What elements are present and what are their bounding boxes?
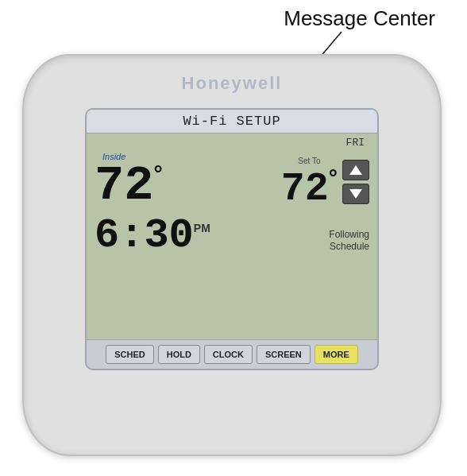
display-area: FRI Inside 72°	[87, 134, 377, 339]
time-suffix: PM	[194, 222, 210, 234]
set-temp-section: Set To 72°	[281, 157, 338, 209]
day-row: FRI	[87, 134, 377, 149]
button-row: SCHED HOLD CLOCK SCREEN MORE	[87, 339, 377, 369]
set-temp-value: 72°	[281, 167, 338, 209]
page-wrapper: Message Center Honeywell FAN AUTO SYSTEM…	[0, 0, 467, 476]
day-indicator: FRI	[346, 137, 365, 149]
inside-temp-value: 72°	[95, 161, 163, 211]
down-arrow-icon	[349, 189, 362, 199]
temp-down-button[interactable]	[342, 184, 369, 204]
bottom-row: 6:30PM Following Schedule	[87, 211, 377, 263]
set-to-label: Set To	[298, 157, 320, 165]
temps-row: Inside 72° Set To 72°	[87, 149, 377, 211]
more-button[interactable]: MORE	[315, 345, 358, 364]
up-arrow-icon	[349, 165, 362, 175]
brand-name: Honeywell	[182, 73, 283, 94]
wifi-setup-bar: Wi-Fi SETUP	[87, 110, 377, 134]
sched-button[interactable]: SCHED	[106, 345, 154, 364]
hold-button[interactable]: HOLD	[158, 345, 200, 364]
message-center-label: Message Center	[284, 6, 435, 31]
time-display: 6:30PM	[95, 215, 210, 257]
up-down-buttons	[342, 160, 369, 204]
following-schedule-label: Following Schedule	[329, 229, 369, 257]
screen-button[interactable]: SCREEN	[257, 345, 311, 364]
clock-button[interactable]: CLOCK	[204, 345, 253, 364]
inside-temp-section: Inside 72°	[95, 152, 163, 211]
temp-up-button[interactable]	[342, 160, 369, 180]
set-degree: °	[329, 165, 338, 190]
inside-degree: °	[153, 161, 162, 186]
thermostat-body: Honeywell FAN AUTO SYSTEM COOL Wi-Fi SET…	[22, 54, 442, 456]
main-screen: Wi-Fi SETUP FRI Inside 72°	[85, 108, 379, 370]
